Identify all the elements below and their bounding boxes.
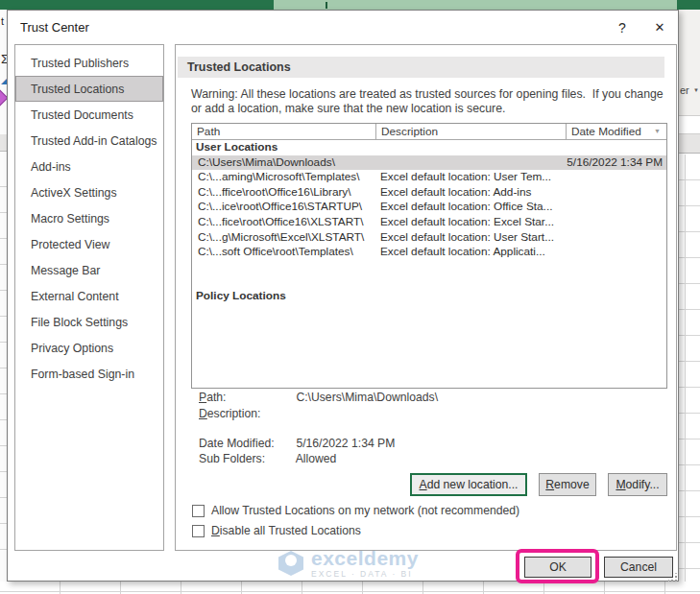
section-title: Trusted Locations [178,57,664,78]
table-row-selected[interactable]: C:\Users\Mima\Downloads\ 5/16/2022 1:34 … [192,155,666,171]
row-description: Excel default location: Applicati... [373,245,603,260]
row-path: C:\...ffice\root\Office16\Library\ [192,185,373,201]
sidebar-item-add-ins[interactable]: Add-ins [15,154,163,179]
column-header-description[interactable]: Description [376,124,567,139]
ribbon-text-fragment: t [1,15,4,27]
checkbox-label: Disable all Trusted Locations [211,524,361,537]
detail-date-modified: Date Modified: 5/16/2022 1:34 PM [199,437,395,450]
sidebar-item-trusted-locations[interactable]: Trusted Locations [15,76,163,102]
group-header-user-locations: User Locations [192,140,666,155]
table-gap [192,260,666,289]
cancel-button[interactable]: Cancel [604,557,673,578]
sidebar-item-external-content[interactable]: External Content [15,283,163,309]
sidebar-item-form-based-sign-in[interactable]: Form-based Sign-in [15,361,163,387]
row-path: C:\...g\Microsoft\Excel\XLSTART\ [192,230,373,246]
path-label: Path: [199,391,293,404]
column-header-path[interactable]: Path [192,124,376,139]
detail-sub-folders: Sub Folders: Allowed [199,452,336,465]
detail-description: Description: [199,407,293,420]
dialog-title: Trust Center [20,20,89,35]
table-header-row: Path Description Date Modified ▼ [192,124,666,140]
exceldemy-watermark: exceldemy EXCEL · DATA · BI [278,548,451,579]
sidebar-item-message-bar[interactable]: Message Bar [15,257,163,283]
row-path: C:\...aming\Microsoft\Templates\ [192,170,373,185]
search-cursor [326,2,327,9]
detail-path: Path: C:\Users\Mima\Downloads\ [199,391,438,404]
watermark-brand: exceldemy [311,549,419,568]
disable-trusted-locations-checkbox[interactable]: Disable all Trusted Locations [192,524,361,537]
row-path: C:\...ice\root\Office16\STARTUP\ [192,200,373,215]
excel-search-box[interactable] [274,0,677,10]
sidebar-item-activex-settings[interactable]: ActiveX Settings [15,179,163,205]
row-description: Excel default location: User Start... [373,230,603,246]
row-date-modified: 5/16/2022 1:34 PM [567,155,666,171]
chevron-down-icon: ▼ [693,87,699,93]
trust-center-dialog: Trust Center ? ✕ Trusted Publishers Trus… [7,10,679,582]
sidebar-item-trusted-publishers[interactable]: Trusted Publishers [15,50,163,76]
resize-grip[interactable] [668,573,677,582]
row-description: Excel default location: Add-ins [373,185,603,201]
trusted-locations-table: Path Description Date Modified ▼ User Lo… [191,123,667,389]
table-row[interactable]: C:\...ice\root\Office16\STARTUP\ Excel d… [192,200,666,215]
excel-column-header-fragment [679,134,700,154]
checkbox-icon[interactable] [192,505,205,517]
remove-button[interactable]: Remove [539,473,596,496]
checkbox-label: Allow Trusted Locations on my network (n… [211,504,519,517]
row-path: C:\...soft Office\root\Templates\ [192,245,373,260]
excel-grid-line [685,154,686,582]
sub-folders-label: Sub Folders: [199,452,293,465]
checkbox-icon[interactable] [192,525,205,537]
table-row[interactable]: C:\...aming\Microsoft\Templates\ Excel d… [192,170,666,185]
path-value: C:\Users\Mima\Downloads\ [296,391,438,404]
sidebar-item-trusted-documents[interactable]: Trusted Documents [15,102,163,128]
close-button[interactable]: ✕ [647,17,672,38]
date-modified-value: 5/16/2022 1:34 PM [296,437,395,450]
row-description: Excel default location: User Tem... [373,170,603,185]
sidebar-item-protected-view[interactable]: Protected View [15,231,163,257]
table-row[interactable]: C:\...g\Microsoft\Excel\XLSTART\ Excel d… [192,230,666,246]
table-row[interactable]: C:\...fice\root\Office16\XLSTART\ Excel … [192,215,666,230]
column-header-date-modified[interactable]: Date Modified ▼ [567,124,666,139]
excel-grid-bottom [0,582,700,594]
row-path: C:\Users\Mima\Downloads\ [192,155,356,171]
row-description [356,155,567,171]
ok-button[interactable]: OK [524,557,591,578]
trusted-locations-panel: Trusted Locations Warning: All these loc… [175,44,677,551]
sidebar-item-privacy-options[interactable]: Privacy Options [15,335,163,361]
add-new-location-button[interactable]: Add new location... [410,473,527,496]
excel-grid-line [0,591,700,592]
sidebar-item-file-block-settings[interactable]: File Block Settings [15,309,163,335]
date-modified-label: Date Modified: [199,437,293,450]
row-description: Excel default location: Office Sta... [373,200,603,215]
exceldemy-logo-icon [278,548,307,579]
row-path: C:\...fice\root\Office16\XLSTART\ [192,215,373,230]
sub-folders-value: Allowed [296,452,337,465]
excel-grid-right [679,154,700,582]
table-row[interactable]: C:\...ffice\root\Office16\Library\ Excel… [192,185,666,201]
help-button[interactable]: ? [611,17,634,38]
sidebar-item-macro-settings[interactable]: Macro Settings [15,205,163,231]
watermark-tagline: EXCEL · DATA · BI [311,569,419,579]
sidebar-item-trusted-addin-catalogs[interactable]: Trusted Add-in Catalogs [15,128,163,154]
ribbon-text-fragment: er [680,84,689,96]
group-header-policy-locations: Policy Locations [192,289,666,304]
description-label: Description: [199,407,293,420]
excel-ribbon-fragment [679,10,700,115]
section-header: Trusted Locations [178,57,664,78]
location-actions: Add new location... Remove Modify... [176,473,667,496]
trust-center-sidebar: Trusted Publishers Trusted Locations Tru… [14,44,164,551]
table-row[interactable]: C:\...soft Office\root\Templates\ Excel … [192,245,666,260]
row-description: Excel default location: Excel Star... [373,215,603,230]
modify-button[interactable]: Modify... [608,473,667,496]
sort-descending-icon: ▼ [654,128,661,134]
allow-network-locations-checkbox[interactable]: Allow Trusted Locations on my network (n… [192,504,519,517]
warning-text: Warning: All these locations are treated… [191,87,671,116]
excel-formula-bar-fragment [679,115,700,134]
